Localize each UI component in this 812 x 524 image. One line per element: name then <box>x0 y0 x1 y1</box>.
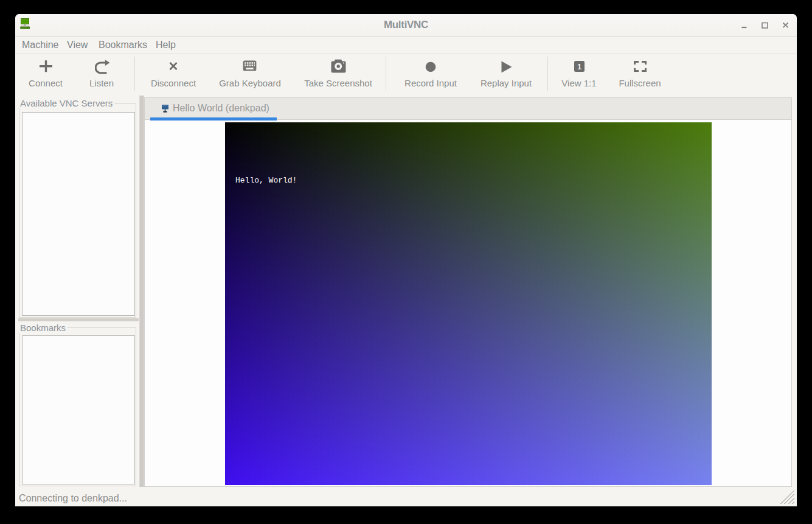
svg-text:1: 1 <box>577 63 581 71</box>
